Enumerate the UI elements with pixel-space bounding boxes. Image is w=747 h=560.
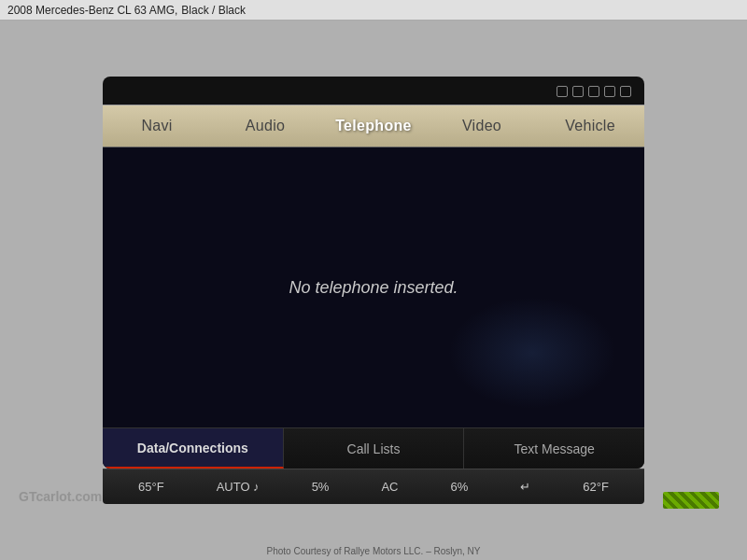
dot-1 <box>557 86 568 97</box>
dot-5 <box>620 86 631 97</box>
tab-vehicle[interactable]: Vehicle <box>536 108 644 144</box>
climate-temp-left: 65°F <box>138 480 164 494</box>
watermark: GTcarlot.com <box>19 489 102 504</box>
climate-recirculate: ↵ <box>520 480 530 494</box>
dot-4 <box>604 86 615 97</box>
infotainment-screen: Navi Audio Telephone Video Vehicle No te… <box>103 77 644 469</box>
tab-navi[interactable]: Navi <box>103 108 211 144</box>
dot-3 <box>588 86 599 97</box>
tab-telephone[interactable]: Telephone <box>319 108 428 144</box>
climate-ac-level: 6% <box>451 480 469 494</box>
tab-audio[interactable]: Audio <box>211 108 319 144</box>
climate-fan: 5% <box>312 480 330 494</box>
climate-auto: AUTO ♪ <box>217 480 260 494</box>
climate-temp-right: 62°F <box>583 480 609 494</box>
car-title: 2008 Mercedes-Benz CL 63 AMG, <box>7 4 177 17</box>
sub-tab-call-lists[interactable]: Call Lists <box>284 428 465 469</box>
corner-logo <box>663 492 719 509</box>
climate-ac: AC <box>381 480 398 494</box>
screen-content: No telephone inserted. <box>103 147 644 427</box>
nav-tabs: Navi Audio Telephone Video Vehicle <box>103 105 644 147</box>
no-telephone-message: No telephone inserted. <box>289 278 458 298</box>
sub-tab-data-connections[interactable]: Data/Connections <box>103 428 284 469</box>
climate-bar: 65°F AUTO ♪ 5% AC 6% ↵ 62°F <box>103 469 644 504</box>
dot-2 <box>572 86 584 97</box>
main-wrapper: Navi Audio Telephone Video Vehicle No te… <box>0 21 747 560</box>
screen-dots <box>557 86 631 97</box>
color-label: Black / Black <box>181 4 246 17</box>
top-bar: 2008 Mercedes-Benz CL 63 AMG, Black / Bl… <box>0 0 747 21</box>
sub-tab-text-message[interactable]: Text Message <box>464 428 644 469</box>
photo-credit: Photo Courtesy of Rallye Motors LLC. – R… <box>0 546 747 556</box>
tab-video[interactable]: Video <box>428 108 536 144</box>
sub-tabs: Data/Connections Call Lists Text Message <box>103 427 644 469</box>
